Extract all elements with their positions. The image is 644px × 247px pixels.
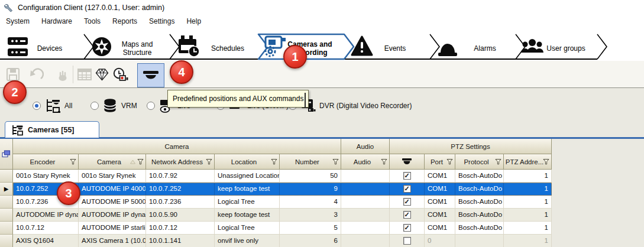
- column-header-dome-camera[interactable]: [390, 154, 425, 170]
- cell-protocol[interactable]: Bosch-AutoDo: [455, 183, 504, 196]
- camera-row-2[interactable]: ▶10.0.7.252AUTODOME IP 4000i10.0.7.252ke…: [0, 183, 552, 196]
- cell-encoder[interactable]: 10.0.7.12: [13, 222, 79, 235]
- row-selector[interactable]: [0, 235, 13, 247]
- cell-location[interactable]: onvif live only: [215, 235, 280, 247]
- row-selector-current[interactable]: ▶: [0, 183, 13, 196]
- cell-ptz_address[interactable]: 1: [504, 170, 552, 183]
- cell-location[interactable]: keep footage test: [215, 209, 280, 222]
- cell-port[interactable]: COM1: [425, 170, 455, 183]
- column-header-number[interactable]: Number: [280, 154, 341, 170]
- cell-location[interactable]: Logical Tree: [215, 196, 280, 209]
- camera-row-3[interactable]: 10.0.7.236AUTODOME IP 5000i10.0.7.236Log…: [0, 196, 552, 209]
- cell-encoder[interactable]: AUTODOME IP dyna: [13, 209, 79, 222]
- cell-port[interactable]: COM1: [425, 222, 455, 235]
- table-corner-cell[interactable]: [0, 139, 13, 170]
- column-header-network-address[interactable]: Network Address: [146, 154, 215, 170]
- cell-audio[interactable]: [341, 170, 390, 183]
- filter-funnel-icon[interactable]: [446, 158, 453, 165]
- cell-protocol[interactable]: [455, 235, 504, 247]
- tab-user-groups[interactable]: User groups: [521, 39, 585, 53]
- radio-all[interactable]: [33, 102, 41, 110]
- ptz-checkbox-unchecked[interactable]: [403, 237, 411, 245]
- column-header-protocol[interactable]: Protocol: [455, 154, 504, 170]
- cell-address[interactable]: 10.0.7.12: [146, 222, 215, 235]
- cell-protocol[interactable]: Bosch-AutoDo: [455, 196, 504, 209]
- ptz-checkbox-checked[interactable]: ✓: [403, 211, 411, 219]
- cell-ptz[interactable]: [390, 235, 425, 247]
- cell-number[interactable]: 4: [280, 196, 341, 209]
- cell-address[interactable]: 10.0.7.92: [146, 170, 215, 183]
- row-selector[interactable]: [0, 222, 13, 235]
- cell-audio[interactable]: [341, 209, 390, 222]
- filter-funnel-icon[interactable]: [543, 158, 549, 165]
- tab-events[interactable]: Events: [352, 37, 406, 55]
- cell-number[interactable]: 5: [280, 222, 341, 235]
- camera-row-5[interactable]: 10.0.7.12AUTODOME IP starli10.0.7.12Logi…: [0, 222, 552, 235]
- menu-item-reports[interactable]: Reports: [106, 15, 143, 27]
- cell-address[interactable]: 10.0.7.252: [146, 183, 215, 196]
- radio-vrm[interactable]: [90, 102, 99, 110]
- cell-location[interactable]: keep footage test: [215, 183, 280, 196]
- cell-location[interactable]: Unassigned Location: [215, 170, 280, 183]
- cell-ptz_address[interactable]: 1: [504, 183, 552, 196]
- tab-schedules[interactable]: Schedules: [179, 35, 244, 57]
- ptz-checkbox-checked[interactable]: ✓: [403, 185, 411, 193]
- pan-hand-button[interactable]: [56, 67, 70, 82]
- tab-alarms[interactable]: Alarms: [438, 40, 496, 56]
- table-view-button[interactable]: [77, 67, 92, 82]
- cell-ptz[interactable]: ✓: [390, 209, 425, 222]
- filter-option-vrm[interactable]: VRM: [90, 96, 137, 115]
- filter-option-all[interactable]: All: [33, 96, 72, 115]
- cell-encoder[interactable]: 001o Stary Rynek: [13, 170, 79, 183]
- column-header-camera[interactable]: Camera: [79, 154, 146, 170]
- filter-funnel-icon[interactable]: [495, 158, 501, 165]
- cell-address[interactable]: 10.0.7.236: [146, 196, 215, 209]
- cell-audio[interactable]: [341, 196, 390, 209]
- cell-number[interactable]: 9: [280, 183, 341, 196]
- ptz-checkbox-checked[interactable]: ✓: [403, 172, 411, 180]
- cell-protocol[interactable]: Bosch-AutoDo: [455, 209, 504, 222]
- cell-ptz_address[interactable]: 1: [504, 209, 552, 222]
- cell-number[interactable]: 6: [280, 235, 341, 247]
- camera-row-6[interactable]: AXIS Q1604AXIS Camera 1 (10.0.10.0.1.141…: [0, 235, 552, 247]
- column-header-port[interactable]: Port: [425, 154, 455, 170]
- cell-location[interactable]: Logical Tree: [215, 222, 280, 235]
- cell-camera[interactable]: AUTODOME IP dyna: [79, 209, 146, 222]
- menu-item-help[interactable]: Help: [180, 15, 207, 27]
- save-button[interactable]: [6, 67, 20, 82]
- camera-row-1[interactable]: 001o Stary Rynek001o Stary Rynek10.0.7.9…: [0, 170, 552, 183]
- ptz-checkbox-checked[interactable]: ✓: [403, 224, 411, 232]
- row-selector[interactable]: [0, 196, 13, 209]
- diamond-quality-button[interactable]: [95, 67, 109, 82]
- filter-funnel-icon[interactable]: [137, 158, 144, 165]
- row-selector[interactable]: [0, 209, 13, 222]
- cell-number[interactable]: 50: [280, 170, 341, 183]
- predefined-positions-aux-button[interactable]: [137, 63, 164, 87]
- ptz-checkbox-checked[interactable]: ✓: [403, 198, 411, 206]
- cell-audio[interactable]: [341, 222, 390, 235]
- scheduled-recording-button[interactable]: [112, 67, 128, 82]
- cell-ptz[interactable]: ✓: [390, 222, 425, 235]
- cell-ptz_address[interactable]: 1: [504, 222, 552, 235]
- cell-ptz[interactable]: ✓: [390, 170, 425, 183]
- column-header-location[interactable]: Location: [215, 154, 280, 170]
- cell-address[interactable]: 10.0.5.90: [146, 209, 215, 222]
- menu-item-tools[interactable]: Tools: [78, 15, 106, 27]
- radio-live[interactable]: [147, 102, 155, 110]
- cell-protocol[interactable]: Bosch-AutoDo: [455, 222, 504, 235]
- column-header-audio[interactable]: Audio: [341, 154, 390, 170]
- filter-funnel-icon[interactable]: [70, 158, 76, 165]
- tab-devices[interactable]: Devices: [8, 37, 62, 56]
- cell-port[interactable]: COM1: [425, 209, 455, 222]
- cell-audio[interactable]: [341, 183, 390, 196]
- filter-funnel-icon[interactable]: [271, 158, 277, 165]
- cell-encoder[interactable]: AXIS Q1604: [13, 235, 79, 247]
- cell-port[interactable]: 0: [425, 235, 455, 247]
- undo-button[interactable]: [28, 67, 44, 82]
- cell-ptz[interactable]: ✓: [390, 196, 425, 209]
- tab-maps-structure[interactable]: Maps and Structure: [92, 37, 153, 57]
- cell-address[interactable]: 10.0.1.141: [146, 235, 215, 247]
- cell-ptz_address[interactable]: 1: [504, 235, 552, 247]
- cell-camera[interactable]: AUTODOME IP starli: [79, 222, 146, 235]
- menu-item-system[interactable]: System: [0, 15, 35, 27]
